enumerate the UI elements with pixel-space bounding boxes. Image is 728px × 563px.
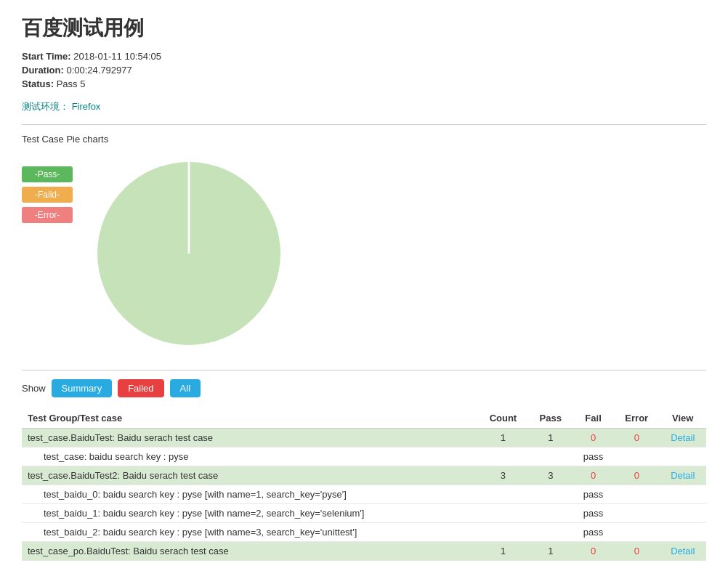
chart-section: Test Case Pie charts -Pass- -Faild- -Err… [22, 134, 706, 355]
cell-fail: pass [573, 504, 614, 523]
status-label: Status: [22, 78, 54, 89]
cell-count [477, 447, 528, 466]
duration-value: 0:00:24.792977 [66, 65, 132, 76]
table-row: Total5500 [22, 561, 706, 564]
duration-label: Duration: [22, 65, 64, 76]
col-header-error: Error [614, 408, 660, 429]
cell-fail: 0 [573, 466, 614, 485]
cell-name: test_baidu_0: baidu search key : pyse [w… [22, 485, 477, 504]
chart-legend: -Pass- -Faild- -Error- [22, 166, 73, 223]
cell-error [614, 523, 660, 542]
meta-section: Start Time: 2018-01-11 10:54:05 Duration… [22, 51, 706, 89]
table-row: test_case_po.BaiduTest: Baidu serach tes… [22, 542, 706, 561]
cell-error: 0 [614, 561, 660, 564]
cell-view[interactable]: Detail [660, 466, 706, 485]
legend-pass: -Pass- [22, 166, 73, 182]
env-line: 测试环境： Firefox [22, 100, 706, 113]
failed-button[interactable]: Failed [118, 379, 163, 397]
cell-count: 1 [477, 429, 528, 447]
table-row: test_baidu_1: baidu search key : pyse [w… [22, 504, 706, 523]
cell-view [660, 561, 706, 564]
page-title: 百度测试用例 [22, 15, 706, 42]
cell-error: 0 [614, 542, 660, 561]
table-body: test_case.BaiduTest: Baidu serach test c… [22, 429, 706, 564]
pie-chart [87, 152, 291, 355]
detail-link[interactable]: Detail [671, 546, 695, 556]
cell-name: Total [22, 561, 477, 564]
cell-pass [528, 485, 573, 504]
table-row: test_case.BaiduTest: Baidu serach test c… [22, 429, 706, 447]
col-header-name: Test Group/Test case [22, 408, 477, 429]
cell-fail: pass [573, 523, 614, 542]
env-label: 测试环境： [22, 101, 69, 112]
table-row: test_baidu_0: baidu search key : pyse [w… [22, 485, 706, 504]
show-section: Show Summary Failed All [22, 379, 706, 397]
legend-fail: -Faild- [22, 187, 73, 203]
duration-line: Duration: 0:00:24.792977 [22, 65, 706, 76]
cell-name: test_case.BaiduTest2: Baidu serach test … [22, 466, 477, 485]
table-header: Test Group/Test case Count Pass Fail Err… [22, 408, 706, 429]
cell-view [660, 485, 706, 504]
cell-error: 0 [614, 429, 660, 447]
cell-fail: pass [573, 447, 614, 466]
cell-count [477, 504, 528, 523]
cell-pass: 3 [528, 466, 573, 485]
cell-view [660, 504, 706, 523]
cell-pass: 5 [528, 561, 573, 564]
cell-error [614, 447, 660, 466]
summary-button[interactable]: Summary [52, 379, 113, 397]
divider-1 [22, 124, 706, 125]
cell-view[interactable]: Detail [660, 429, 706, 447]
cell-pass: 1 [528, 429, 573, 447]
detail-link[interactable]: Detail [671, 432, 695, 443]
cell-error [614, 485, 660, 504]
cell-pass [528, 523, 573, 542]
cell-fail: 0 [573, 429, 614, 447]
table-row: test_case: baidu search key : pysepass [22, 447, 706, 466]
status-line: Status: Pass 5 [22, 78, 706, 89]
table-row: test_baidu_2: baidu search key : pyse [w… [22, 523, 706, 542]
env-value: Firefox [72, 101, 101, 112]
table-row: test_case.BaiduTest2: Baidu serach test … [22, 466, 706, 485]
cell-error: 0 [614, 466, 660, 485]
cell-count [477, 523, 528, 542]
all-button[interactable]: All [170, 379, 201, 397]
divider-2 [22, 370, 706, 370]
cell-pass [528, 504, 573, 523]
cell-count: 3 [477, 466, 528, 485]
pie-svg [87, 152, 291, 355]
col-header-pass: Pass [528, 408, 573, 429]
cell-name: test_case_po.BaiduTest: Baidu serach tes… [22, 542, 477, 561]
start-time-label: Start Time: [22, 51, 71, 62]
start-time-line: Start Time: 2018-01-11 10:54:05 [22, 51, 706, 62]
table-header-row: Test Group/Test case Count Pass Fail Err… [22, 408, 706, 429]
legend-error: -Error- [22, 207, 73, 223]
cell-view [660, 523, 706, 542]
cell-error [614, 504, 660, 523]
cell-name: test_case.BaiduTest: Baidu serach test c… [22, 429, 477, 447]
show-label: Show [22, 383, 46, 394]
col-header-count: Count [477, 408, 528, 429]
start-time-value: 2018-01-11 10:54:05 [73, 51, 161, 62]
col-header-view: View [660, 408, 706, 429]
cell-view[interactable]: Detail [660, 542, 706, 561]
cell-count: 5 [477, 561, 528, 564]
cell-count: 1 [477, 542, 528, 561]
cell-fail: 0 [573, 561, 614, 564]
results-table: Test Group/Test case Count Pass Fail Err… [22, 408, 706, 563]
cell-view [660, 447, 706, 466]
col-header-fail: Fail [573, 408, 614, 429]
detail-link[interactable]: Detail [671, 470, 695, 481]
cell-name: test_baidu_2: baidu search key : pyse [w… [22, 523, 477, 542]
chart-container: -Pass- -Faild- -Error- [22, 152, 706, 355]
cell-count [477, 485, 528, 504]
chart-title: Test Case Pie charts [22, 134, 706, 145]
cell-pass: 1 [528, 542, 573, 561]
cell-fail: pass [573, 485, 614, 504]
cell-name: test_baidu_1: baidu search key : pyse [w… [22, 504, 477, 523]
cell-fail: 0 [573, 542, 614, 561]
env-section: 测试环境： Firefox [22, 100, 706, 113]
cell-pass [528, 447, 573, 466]
cell-name: test_case: baidu search key : pyse [22, 447, 477, 466]
status-value: Pass 5 [57, 78, 86, 89]
